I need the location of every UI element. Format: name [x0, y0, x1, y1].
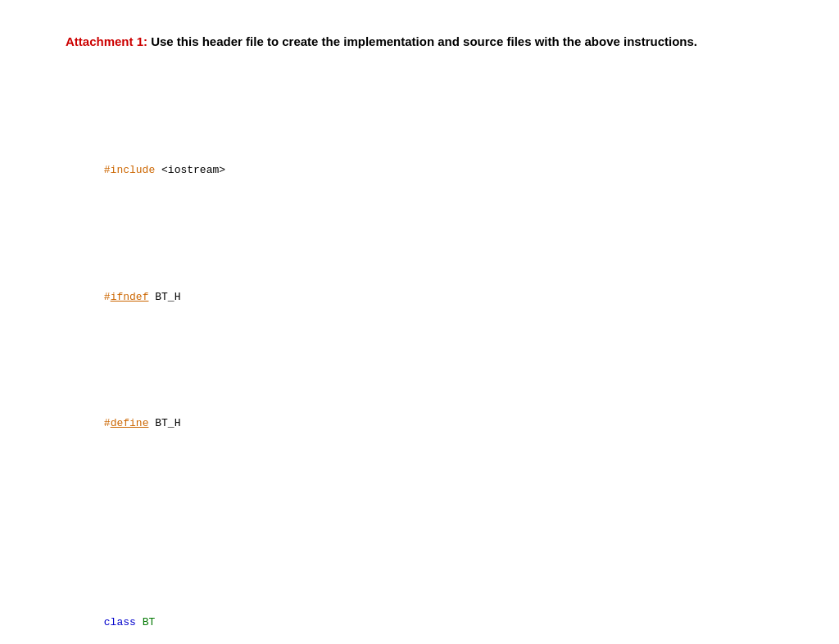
kw-ifndef: #ifndef [104, 291, 149, 303]
attachment-label: Attachment 1: [66, 34, 147, 48]
kw-class: class [104, 616, 136, 628]
attachment-heading: Attachment 1: Use this header file to cr… [66, 33, 773, 52]
code-block: #include <iostream> #ifndef BT_H #define… [66, 71, 773, 645]
kw-define: #define [104, 417, 149, 429]
class-name: BT [143, 616, 156, 628]
code-line-define: #define BT_H [66, 397, 773, 451]
code-line-include: #include <iostream> [66, 143, 773, 197]
page-container: Attachment 1: Use this header file to cr… [66, 33, 773, 644]
code-line-class: class BT [66, 596, 773, 644]
kw-include: #include [104, 164, 155, 176]
blank-line-1 [66, 506, 773, 524]
heading-text: Use this header file to create the imple… [147, 34, 697, 48]
code-line-ifndef: #ifndef BT_H [66, 270, 773, 324]
